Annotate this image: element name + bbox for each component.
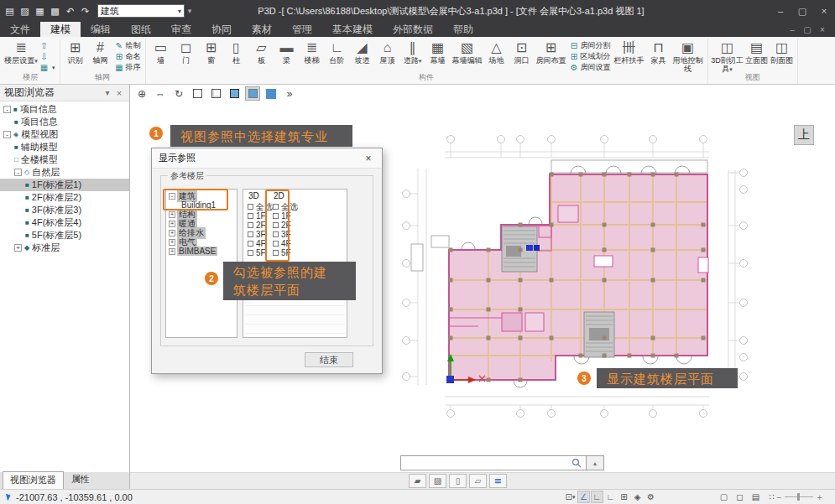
tree-item[interactable]: ■ 3F(标准层3) <box>0 204 129 216</box>
tree-item[interactable]: - ◇ 自然层 <box>0 166 129 179</box>
ribbon-small-button[interactable]: ✎ 绘制 <box>115 40 141 51</box>
menu-item[interactable]: 管理 <box>282 22 322 37</box>
floor-checkbox-row[interactable]: 1F <box>273 211 298 221</box>
ribbon-button[interactable]: ◫ 3D剖切工具▾ <box>711 39 744 74</box>
new-file-icon[interactable]: ▤ <box>3 4 17 18</box>
tree-item[interactable]: ■ 1F(标准层1) <box>0 179 129 191</box>
erase-tool-icon[interactable]: ▰ <box>409 474 426 488</box>
end-button[interactable]: 结束 <box>305 352 353 367</box>
ribbon-small-button[interactable]: ⊞ 区域划分 <box>570 51 611 62</box>
checkbox[interactable] <box>273 231 279 237</box>
ribbon-button[interactable]: ▯ 柱 <box>224 39 249 65</box>
north-indicator[interactable]: 上 <box>794 125 814 145</box>
snap-track-icon[interactable]: ∟ <box>591 491 603 503</box>
command-expand-button[interactable]: ▲ <box>587 455 604 470</box>
floor-checkbox-row[interactable]: 全选 <box>273 202 298 211</box>
brush-tool-icon[interactable]: ▨ <box>429 474 446 488</box>
floor-checkbox-row[interactable]: 5F <box>273 248 298 257</box>
open-file-icon[interactable]: ▨ <box>18 4 32 18</box>
box-tool-icon[interactable]: ▱ <box>469 474 487 488</box>
more-view-modes-icon[interactable]: » <box>282 86 297 101</box>
ribbon-button[interactable]: ⌂ 屋顶 <box>375 39 400 65</box>
tree-item[interactable]: - ◈ 模型视图 <box>0 128 129 141</box>
hidden-line-view-icon[interactable] <box>208 86 223 101</box>
grid-display-icon[interactable]: ⊞ <box>618 491 630 503</box>
ribbon-button[interactable]: ≣ 楼梯 <box>300 39 325 65</box>
discipline-tree-item[interactable]: + 电气 <box>166 237 237 247</box>
panel-tab[interactable]: 属性 <box>64 470 97 489</box>
command-input[interactable] <box>400 455 587 470</box>
single-window-icon[interactable]: ◻ <box>733 491 746 503</box>
checkbox[interactable] <box>248 250 253 256</box>
zoom-out-button[interactable]: − <box>776 492 781 502</box>
checkbox[interactable] <box>248 241 253 247</box>
ribbon-button[interactable]: ◻ 门 <box>174 39 199 65</box>
tree-item[interactable]: ■ 4F(标准层4) <box>0 216 129 229</box>
tree-item[interactable]: □ 全楼模型 <box>0 153 129 166</box>
ribbon-small-button[interactable]: ⇧ <box>39 40 55 51</box>
menu-item[interactable]: 建模 <box>40 22 81 37</box>
floor-checkbox-row[interactable]: 1F <box>248 211 273 221</box>
discipline-tree-item[interactable]: + BIMBASE <box>166 247 237 256</box>
menu-item[interactable]: 编辑 <box>81 22 121 37</box>
ribbon-button[interactable]: ▧ 幕墙编辑 <box>451 39 484 65</box>
polar-track-icon[interactable]: ∠ <box>577 491 590 503</box>
zoom-slider-thumb[interactable] <box>797 493 800 501</box>
ribbon-button[interactable]: ▱ 板 <box>249 39 274 65</box>
mdi-close-button[interactable]: × <box>815 25 830 34</box>
ribbon-button[interactable]: ▭ 墙 <box>149 39 174 65</box>
ribbon-button[interactable]: ◫ 剖面图 <box>770 39 795 74</box>
shaded-edges-view-icon[interactable] <box>227 86 242 101</box>
ribbon-small-button[interactable]: ⇩ <box>39 51 55 62</box>
checkbox[interactable] <box>273 213 279 219</box>
zoom-in-button[interactable]: + <box>817 492 822 502</box>
tree-item[interactable]: - ■ 项目信息 <box>0 103 129 116</box>
ribbon-button[interactable]: # 轴网 <box>88 39 113 65</box>
tree-expander-icon[interactable]: - <box>3 131 11 138</box>
cascade-windows-icon[interactable]: ▤ <box>749 491 762 503</box>
checkbox[interactable] <box>273 241 279 247</box>
ribbon-button[interactable]: ⊡ 洞口 <box>509 39 535 65</box>
floor-checkbox-row[interactable]: 4F <box>273 239 298 248</box>
ribbon-button[interactable]: ◢ 坡道 <box>350 39 375 65</box>
zoom-slider[interactable] <box>785 496 813 497</box>
ribbon-small-button[interactable]: ⊟ 房间分割 <box>570 40 611 51</box>
menu-item[interactable]: 外部数据 <box>383 22 443 37</box>
floor-checkbox-row[interactable]: 2F <box>273 221 298 230</box>
checkbox[interactable] <box>248 222 253 228</box>
undo-icon[interactable]: ↶ <box>63 4 77 18</box>
tree-expander-icon[interactable]: - <box>169 193 175 200</box>
ortho-icon[interactable]: ∟ <box>604 491 617 503</box>
tree-expander-icon[interactable]: - <box>14 169 22 176</box>
minimize-button[interactable]: – <box>770 2 791 20</box>
orbit-icon[interactable]: ↻ <box>171 86 186 101</box>
ribbon-button[interactable]: ⊞ 房间布置 <box>535 39 568 65</box>
tree-expander-icon[interactable]: - <box>3 106 11 113</box>
menu-item[interactable]: 基本建模 <box>322 22 383 37</box>
floor-checkbox-row[interactable]: 5F <box>248 248 273 257</box>
mdi-minimize-button[interactable]: – <box>785 25 800 34</box>
ribbon-button[interactable]: ▬ 梁 <box>274 39 300 65</box>
tree-expander-icon[interactable]: + <box>169 211 175 218</box>
panel-close-icon[interactable]: × <box>113 88 125 98</box>
tree-expander-icon[interactable]: + <box>169 248 175 255</box>
floor-checkbox-row[interactable]: 2F <box>248 221 273 230</box>
checkbox[interactable] <box>248 213 253 219</box>
dialog-close-icon[interactable]: × <box>362 153 375 164</box>
ribbon-button[interactable]: ⊞ 识别 <box>63 39 88 65</box>
ribbon-button[interactable]: ⊓ 家具 <box>646 39 671 74</box>
realistic-view-icon[interactable] <box>264 86 279 101</box>
tree-item[interactable]: ■ 辅助模型 <box>0 141 129 153</box>
object-snap-icon[interactable]: ⊡▾ <box>564 491 577 503</box>
menu-item[interactable]: 协同 <box>201 22 242 37</box>
ribbon-button[interactable]: ▤ 立面图 <box>744 39 770 74</box>
redo-icon[interactable]: ↷ <box>78 4 92 18</box>
floor-checkbox-row[interactable]: 4F <box>248 239 273 248</box>
mdi-restore-button[interactable]: ▢ <box>800 25 815 34</box>
panel-collapse-icon[interactable]: ▾ <box>102 88 113 97</box>
checkbox[interactable] <box>273 250 279 256</box>
menu-item[interactable]: 帮助 <box>443 22 483 37</box>
checkbox[interactable] <box>248 204 253 210</box>
ribbon-button[interactable]: ⊞ 窗 <box>199 39 224 65</box>
menu-item[interactable]: 图纸 <box>121 22 161 37</box>
